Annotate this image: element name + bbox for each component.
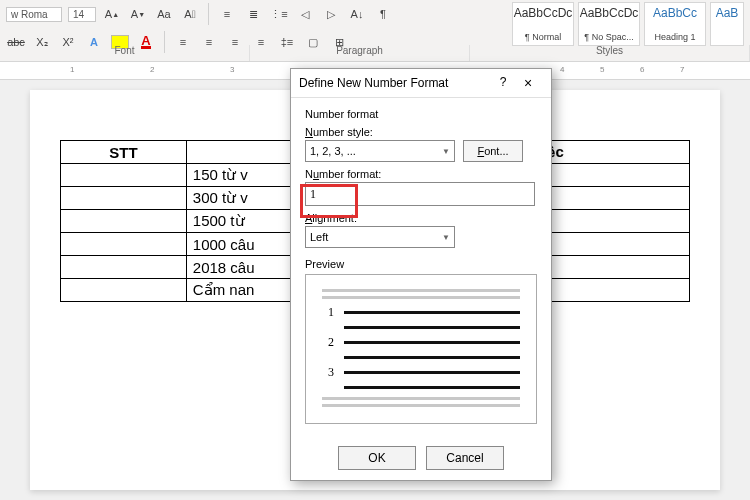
ribbon: w Roma 14 A▲ A▼ Aa A⃠ ≡ ≣ ⋮≡ ◁ ▷ A↓ ¶ ab… — [0, 0, 750, 62]
help-button[interactable]: ? — [493, 75, 513, 91]
chevron-down-icon: ▼ — [442, 147, 450, 156]
style-heading1[interactable]: AaBbCc Heading 1 — [644, 2, 706, 46]
label-number-style: Number style: — [305, 126, 537, 138]
shrink-font-icon[interactable]: A▼ — [128, 4, 148, 24]
style-nospacing[interactable]: AaBbCcDc ¶ No Spac... — [578, 2, 640, 46]
bullets-icon[interactable]: ≡ — [217, 4, 237, 24]
group-paragraph-label: Paragraph — [250, 45, 470, 61]
clear-format-icon[interactable]: A⃠ — [180, 4, 200, 24]
font-size-combo[interactable]: 14 — [68, 7, 96, 22]
header-stt[interactable]: STT — [61, 141, 187, 164]
chevron-down-icon: ▼ — [442, 233, 450, 242]
grow-font-icon[interactable]: A▲ — [102, 4, 122, 24]
style-more[interactable]: AaB — [710, 2, 744, 46]
decrease-indent-icon[interactable]: ◁ — [295, 4, 315, 24]
sort-icon[interactable]: A↓ — [347, 4, 367, 24]
font-name-combo[interactable]: w Roma — [6, 7, 62, 22]
cancel-button[interactable]: Cancel — [426, 446, 504, 470]
dialog-title: Define New Number Format — [299, 76, 448, 90]
preview-box: 1 2 3 — [305, 274, 537, 424]
group-styles-label: Styles — [470, 45, 750, 61]
numbering-icon[interactable]: ≣ — [243, 4, 263, 24]
style-gallery: AaBbCcDc ¶ Normal AaBbCcDc ¶ No Spac... … — [512, 2, 744, 46]
multilevel-icon[interactable]: ⋮≡ — [269, 4, 289, 24]
number-format-input[interactable] — [305, 182, 535, 206]
group-font-label: Font — [0, 45, 250, 61]
ok-button[interactable]: OK — [338, 446, 416, 470]
change-case-icon[interactable]: Aa — [154, 4, 174, 24]
number-style-select[interactable]: 1, 2, 3, ...▼ — [305, 140, 455, 162]
define-number-format-dialog: Define New Number Format ? × Number form… — [290, 68, 552, 481]
show-marks-icon[interactable]: ¶ — [373, 4, 393, 24]
dialog-titlebar[interactable]: Define New Number Format ? × — [291, 69, 551, 98]
alignment-select[interactable]: Left▼ — [305, 226, 455, 248]
style-normal[interactable]: AaBbCcDc ¶ Normal — [512, 2, 574, 46]
label-number-format: Number format: — [305, 168, 537, 180]
group-number-format: Number format — [305, 108, 537, 120]
close-button[interactable]: × — [513, 75, 543, 91]
label-alignment: Alignment: — [305, 212, 537, 224]
font-button[interactable]: Font... — [463, 140, 523, 162]
increase-indent-icon[interactable]: ▷ — [321, 4, 341, 24]
preview-label: Preview — [305, 258, 537, 270]
